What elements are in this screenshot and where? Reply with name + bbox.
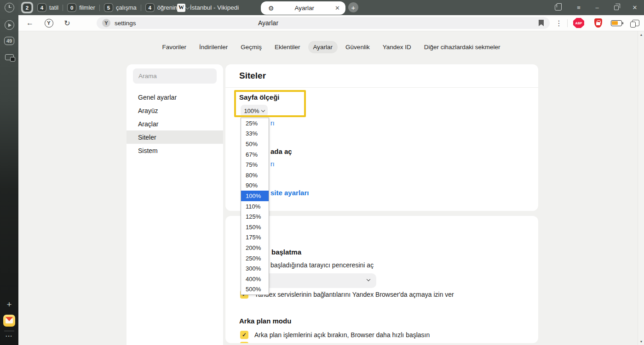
screenshot-icon — [5, 54, 14, 60]
address-more-button[interactable]: ⋮ — [552, 15, 566, 31]
page-scale-value: 100% — [244, 107, 259, 114]
tab-title: Ayarlar — [274, 5, 335, 11]
play-icon — [5, 20, 14, 30]
tab-group-count-badge: 4 — [37, 3, 46, 12]
checkbox-checked[interactable]: ✓ — [240, 342, 248, 343]
hidden-heading-fragment: ada aç — [270, 147, 292, 155]
tab-group-label: tatil — [49, 4, 58, 11]
nav-yandex-id[interactable]: Yandex ID — [378, 41, 416, 53]
search-input[interactable] — [133, 68, 217, 84]
back-button[interactable]: ← — [23, 15, 37, 31]
scale-option[interactable]: 110% — [241, 201, 269, 212]
partial-checkbox-row[interactable]: ✓ — [240, 342, 248, 343]
url-text: settings — [115, 20, 136, 27]
scale-option[interactable]: 250% — [241, 253, 269, 264]
dock-more-button[interactable]: ••• — [0, 334, 18, 339]
scale-option[interactable]: 50% — [241, 139, 269, 149]
tab-group-count-badge: 0 — [67, 3, 76, 12]
screenshot-button[interactable] — [0, 54, 18, 60]
sidebar-item-araclar[interactable]: Araçlar — [126, 117, 223, 130]
video-button[interactable] — [0, 20, 18, 30]
all-tabs-button[interactable]: 49 — [0, 37, 18, 45]
tab-group-filmler[interactable]: 0 filmler — [67, 3, 95, 12]
scale-option[interactable]: 125% — [241, 211, 269, 222]
scale-option[interactable]: 80% — [241, 170, 269, 181]
sidebar-item-siteler[interactable]: Siteler — [126, 130, 223, 144]
nav-ayarlar[interactable]: Ayarlar — [308, 41, 338, 53]
tab-group-label: çalışma — [116, 4, 137, 11]
sidebar-item-sistem[interactable]: Sistem — [126, 144, 223, 157]
battery-icon — [611, 20, 622, 26]
scale-option[interactable]: 300% — [241, 263, 269, 274]
protect-shield-button[interactable] — [592, 15, 604, 31]
card-divider — [225, 87, 538, 88]
adblock-extension-button[interactable]: ABP — [572, 15, 585, 31]
checkbox-label: Yandex servislerinin bağlantılarını Yand… — [254, 290, 454, 298]
page-scrollbar[interactable]: ▲ ▼ — [638, 31, 644, 345]
reload-button[interactable]: ↻ — [60, 15, 74, 31]
tabs-device-button[interactable] — [629, 15, 642, 31]
tab-group-calisma[interactable]: 5 çalışma — [104, 3, 137, 12]
restore-button[interactable] — [609, 0, 624, 15]
scale-option[interactable]: 150% — [241, 222, 269, 232]
scale-option[interactable]: 175% — [241, 232, 269, 243]
yandex-mail-button[interactable] — [0, 315, 18, 327]
yandex-logo-icon: Y — [45, 19, 53, 28]
site-settings-link-fragment[interactable]: site ayarları — [270, 189, 309, 197]
restore-icon — [614, 6, 619, 10]
new-tab-button[interactable]: + — [348, 2, 358, 12]
scale-option-selected[interactable]: 100% — [241, 191, 269, 201]
settings-sections-list: Genel ayarlar Arayüz Araçlar Siteler Sis… — [126, 90, 223, 157]
page-scale-select[interactable]: 100% — [241, 105, 268, 117]
sidebar-item-genel-ayarlar[interactable]: Genel ayarlar — [126, 90, 223, 104]
scale-option[interactable]: 500% — [241, 284, 269, 295]
checkbox-checked[interactable]: ✓ — [240, 331, 248, 339]
nav-indirilenler[interactable]: İndirilenler — [194, 41, 233, 53]
tab-ayarlar[interactable]: ⚙ Ayarlar ✕ — [261, 1, 345, 15]
tab-group-active[interactable]: 2 — [21, 2, 33, 13]
tab-istanbul-vikipedi[interactable]: W İstanbul - Vikipedi — [177, 0, 239, 15]
startup-mode-select[interactable] — [253, 273, 376, 288]
battery-saver-button[interactable] — [610, 15, 623, 31]
minimize-button[interactable]: – — [589, 0, 605, 15]
clock-icon — [5, 3, 14, 12]
background-mode-row[interactable]: ✓ Arka plan işlemlerini açık bırakın, Br… — [240, 331, 525, 339]
tab-close-icon[interactable]: ✕ — [335, 5, 340, 11]
wikipedia-favicon: W — [177, 4, 185, 12]
nav-gecmis[interactable]: Geçmiş — [236, 41, 267, 53]
history-button[interactable] — [0, 3, 18, 12]
address-bar[interactable]: Y settings — [97, 17, 550, 29]
scale-option[interactable]: 25% — [241, 118, 269, 129]
page-title: Ayarlar — [247, 19, 289, 27]
nav-diger-cihazlar[interactable]: Diğer cihazlardaki sekmeler — [419, 41, 506, 53]
scale-option[interactable]: 67% — [241, 149, 269, 160]
nav-eklentiler[interactable]: Eklentiler — [270, 41, 305, 53]
tab-group-label: öğrenim — [157, 4, 179, 11]
scale-option[interactable]: 400% — [241, 274, 269, 284]
nav-guvenlik[interactable]: Güvenlik — [340, 41, 375, 53]
scale-option[interactable]: 200% — [241, 243, 269, 253]
scale-option[interactable]: 75% — [241, 159, 269, 170]
sidebar-item-arayuz[interactable]: Arayüz — [126, 104, 223, 117]
tab-groups-bar: 2 4 tatil 0 filmler 5 çalışma 4 öğrenim — [21, 0, 189, 15]
group-separator — [99, 5, 100, 11]
yandex-home-button[interactable]: Y — [42, 15, 56, 31]
page-scale-dropdown: 25% 33% 50% 67% 75% 80% 90% 100% 110% 12… — [241, 118, 269, 295]
browser-menu-button[interactable]: ≡ — [571, 0, 586, 15]
scroll-up-icon[interactable]: ▲ — [638, 33, 644, 36]
scale-option[interactable]: 90% — [241, 181, 269, 191]
scroll-down-icon[interactable]: ▼ — [638, 340, 644, 343]
nav-favoriler[interactable]: Favoriler — [157, 41, 191, 53]
allow-yandex-links-row[interactable]: ✓ Yandex servislerinin bağlantılarını Ya… — [240, 290, 525, 299]
hidden-link-fragment[interactable]: rı — [270, 160, 275, 168]
tab-group-tatil[interactable]: 4 tatil — [37, 3, 58, 12]
group-separator — [141, 5, 141, 11]
page-scale-label: Sayfa ölçeği — [239, 93, 280, 101]
mail-icon — [3, 315, 15, 327]
scale-option[interactable]: 33% — [241, 129, 269, 139]
hidden-link-fragment[interactable]: rı — [270, 119, 275, 127]
side-panel-button[interactable] — [550, 0, 566, 15]
close-window-button[interactable]: ✕ — [627, 0, 643, 15]
tab-group-ogrenim[interactable]: 4 öğrenim — [145, 3, 179, 12]
dock-add-button[interactable]: + — [0, 300, 18, 310]
